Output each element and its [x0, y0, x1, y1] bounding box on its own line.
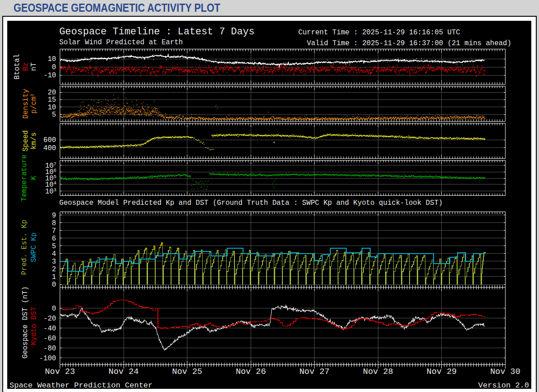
svg-text:Nov 28: Nov 28: [363, 367, 393, 377]
svg-text:nT: nT: [30, 62, 38, 71]
svg-text:Density: Density: [22, 89, 30, 119]
svg-text:-100: -100: [39, 354, 56, 363]
svg-text:3: 3: [52, 258, 56, 266]
svg-text:Kyoto DST: Kyoto DST: [30, 307, 38, 345]
svg-text:Solar Wind Predicted at Earth: Solar Wind Predicted at Earth: [59, 38, 183, 47]
svg-text:p/cm3: p/cm3: [30, 94, 38, 114]
svg-text:Nov 25: Nov 25: [172, 367, 202, 377]
svg-text:1: 1: [52, 273, 56, 281]
svg-text:Version 2.0: Version 2.0: [478, 381, 529, 389]
svg-text:9: 9: [52, 212, 56, 220]
svg-text:Nov 23: Nov 23: [45, 367, 75, 377]
svg-text:Nov 26: Nov 26: [236, 367, 266, 377]
svg-text:10: 10: [48, 104, 56, 112]
svg-text:8: 8: [52, 219, 56, 227]
svg-text:Btotal: Btotal: [13, 54, 21, 79]
svg-text:15: 15: [48, 96, 56, 104]
svg-text:Geospace Timeline : Latest 7 D: Geospace Timeline : Latest 7 Days: [59, 26, 255, 38]
svg-text:400: 400: [43, 144, 56, 152]
svg-text:-40: -40: [43, 325, 56, 333]
svg-text:6: 6: [52, 235, 56, 243]
svg-text:SWPC Kp: SWPC Kp: [30, 232, 38, 262]
svg-text:-10: -10: [43, 71, 56, 80]
svg-text:5: 5: [52, 111, 56, 119]
svg-text:600: 600: [43, 136, 56, 144]
svg-text:Nov 30: Nov 30: [490, 367, 520, 377]
svg-text:4: 4: [52, 250, 56, 258]
svg-text:7: 7: [52, 227, 56, 235]
svg-text:K: K: [30, 175, 38, 180]
svg-text:km/s: km/s: [30, 132, 38, 150]
svg-text:Nov 24: Nov 24: [109, 367, 139, 377]
svg-text:Speed: Speed: [22, 130, 30, 151]
svg-text:Valid Time : 2025-11-29 16:37:: Valid Time : 2025-11-29 16:37:00 (21 min…: [307, 39, 511, 47]
svg-text:-80: -80: [43, 345, 56, 353]
svg-text:20: 20: [48, 89, 56, 97]
svg-text:Pred. Est. Kp: Pred. Est. Kp: [20, 220, 29, 275]
svg-text:Current Time : 2025-11-29 16:1: Current Time : 2025-11-29 16:16:05 UTC: [298, 28, 460, 37]
svg-text:-60: -60: [43, 335, 56, 343]
svg-text:Temperature: Temperature: [20, 155, 29, 202]
svg-text:Nov 27: Nov 27: [299, 367, 329, 377]
svg-text:0: 0: [52, 305, 56, 313]
svg-text:2: 2: [52, 265, 56, 274]
svg-text:Bz: Bz: [22, 62, 30, 71]
svg-text:Nov 29: Nov 29: [427, 367, 457, 377]
svg-text:Geospace Model Predicted Kp an: Geospace Model Predicted Kp and DST (Gro…: [59, 199, 443, 207]
svg-text:0: 0: [52, 63, 56, 71]
svg-text:10: 10: [48, 55, 56, 63]
svg-text:Geospace DST (nT): Geospace DST (nT): [21, 286, 29, 359]
svg-text:-20: -20: [43, 315, 56, 323]
svg-text:0: 0: [52, 281, 56, 289]
svg-text:Space Weather Prediction Cente: Space Weather Prediction Center: [10, 381, 153, 389]
svg-text:5: 5: [52, 242, 56, 250]
